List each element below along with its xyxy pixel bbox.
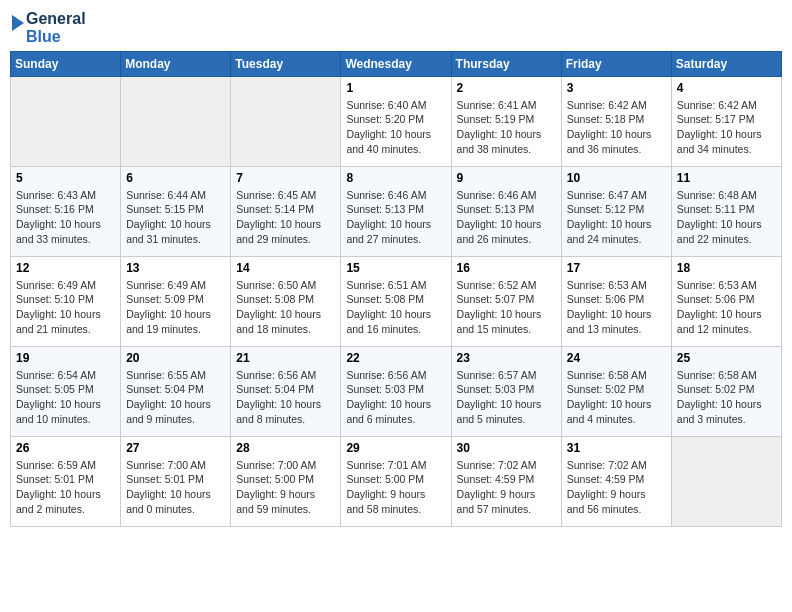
calendar-cell: 8Sunrise: 6:46 AMSunset: 5:13 PMDaylight… (341, 166, 451, 256)
calendar-cell: 30Sunrise: 7:02 AMSunset: 4:59 PMDayligh… (451, 436, 561, 526)
calendar-cell: 9Sunrise: 6:46 AMSunset: 5:13 PMDaylight… (451, 166, 561, 256)
day-number: 28 (236, 441, 335, 455)
day-number: 7 (236, 171, 335, 185)
day-info: Sunrise: 7:01 AMSunset: 5:00 PMDaylight:… (346, 458, 445, 517)
calendar-cell: 24Sunrise: 6:58 AMSunset: 5:02 PMDayligh… (561, 346, 671, 436)
calendar-cell: 12Sunrise: 6:49 AMSunset: 5:10 PMDayligh… (11, 256, 121, 346)
logo: General Blue (10, 10, 86, 47)
day-number: 3 (567, 81, 666, 95)
calendar-week-3: 12Sunrise: 6:49 AMSunset: 5:10 PMDayligh… (11, 256, 782, 346)
day-number: 31 (567, 441, 666, 455)
day-number: 20 (126, 351, 225, 365)
day-number: 9 (457, 171, 556, 185)
day-info: Sunrise: 6:44 AMSunset: 5:15 PMDaylight:… (126, 188, 225, 247)
day-number: 17 (567, 261, 666, 275)
calendar-cell: 21Sunrise: 6:56 AMSunset: 5:04 PMDayligh… (231, 346, 341, 436)
day-number: 2 (457, 81, 556, 95)
day-number: 1 (346, 81, 445, 95)
calendar-week-2: 5Sunrise: 6:43 AMSunset: 5:16 PMDaylight… (11, 166, 782, 256)
day-number: 30 (457, 441, 556, 455)
day-number: 5 (16, 171, 115, 185)
day-number: 8 (346, 171, 445, 185)
weekday-header-row: SundayMondayTuesdayWednesdayThursdayFrid… (11, 51, 782, 76)
calendar-cell: 13Sunrise: 6:49 AMSunset: 5:09 PMDayligh… (121, 256, 231, 346)
calendar-cell: 29Sunrise: 7:01 AMSunset: 5:00 PMDayligh… (341, 436, 451, 526)
day-info: Sunrise: 7:02 AMSunset: 4:59 PMDaylight:… (457, 458, 556, 517)
calendar-cell: 1Sunrise: 6:40 AMSunset: 5:20 PMDaylight… (341, 76, 451, 166)
calendar-week-5: 26Sunrise: 6:59 AMSunset: 5:01 PMDayligh… (11, 436, 782, 526)
day-number: 27 (126, 441, 225, 455)
day-info: Sunrise: 6:53 AMSunset: 5:06 PMDaylight:… (677, 278, 776, 337)
day-number: 29 (346, 441, 445, 455)
svg-marker-0 (12, 15, 24, 31)
day-number: 22 (346, 351, 445, 365)
calendar-week-1: 1Sunrise: 6:40 AMSunset: 5:20 PMDaylight… (11, 76, 782, 166)
day-info: Sunrise: 6:41 AMSunset: 5:19 PMDaylight:… (457, 98, 556, 157)
day-info: Sunrise: 6:59 AMSunset: 5:01 PMDaylight:… (16, 458, 115, 517)
day-info: Sunrise: 6:47 AMSunset: 5:12 PMDaylight:… (567, 188, 666, 247)
calendar-cell (231, 76, 341, 166)
day-info: Sunrise: 6:56 AMSunset: 5:03 PMDaylight:… (346, 368, 445, 427)
day-number: 16 (457, 261, 556, 275)
day-info: Sunrise: 6:40 AMSunset: 5:20 PMDaylight:… (346, 98, 445, 157)
weekday-header-thursday: Thursday (451, 51, 561, 76)
day-info: Sunrise: 6:50 AMSunset: 5:08 PMDaylight:… (236, 278, 335, 337)
calendar-cell: 6Sunrise: 6:44 AMSunset: 5:15 PMDaylight… (121, 166, 231, 256)
calendar-cell: 22Sunrise: 6:56 AMSunset: 5:03 PMDayligh… (341, 346, 451, 436)
calendar-cell: 11Sunrise: 6:48 AMSunset: 5:11 PMDayligh… (671, 166, 781, 256)
day-info: Sunrise: 6:58 AMSunset: 5:02 PMDaylight:… (567, 368, 666, 427)
day-info: Sunrise: 6:58 AMSunset: 5:02 PMDaylight:… (677, 368, 776, 427)
weekday-header-monday: Monday (121, 51, 231, 76)
day-info: Sunrise: 7:00 AMSunset: 5:01 PMDaylight:… (126, 458, 225, 517)
day-number: 6 (126, 171, 225, 185)
calendar-cell: 31Sunrise: 7:02 AMSunset: 4:59 PMDayligh… (561, 436, 671, 526)
day-info: Sunrise: 6:57 AMSunset: 5:03 PMDaylight:… (457, 368, 556, 427)
logo-name-general: General (26, 10, 86, 28)
day-info: Sunrise: 6:54 AMSunset: 5:05 PMDaylight:… (16, 368, 115, 427)
day-info: Sunrise: 6:52 AMSunset: 5:07 PMDaylight:… (457, 278, 556, 337)
day-info: Sunrise: 6:42 AMSunset: 5:18 PMDaylight:… (567, 98, 666, 157)
day-number: 19 (16, 351, 115, 365)
day-number: 18 (677, 261, 776, 275)
weekday-header-friday: Friday (561, 51, 671, 76)
calendar-cell: 27Sunrise: 7:00 AMSunset: 5:01 PMDayligh… (121, 436, 231, 526)
weekday-header-wednesday: Wednesday (341, 51, 451, 76)
logo-name-blue: Blue (26, 28, 86, 46)
calendar-cell: 15Sunrise: 6:51 AMSunset: 5:08 PMDayligh… (341, 256, 451, 346)
day-number: 12 (16, 261, 115, 275)
page-header: General Blue (10, 10, 782, 47)
day-info: Sunrise: 6:42 AMSunset: 5:17 PMDaylight:… (677, 98, 776, 157)
calendar-cell (671, 436, 781, 526)
day-number: 23 (457, 351, 556, 365)
calendar-cell (11, 76, 121, 166)
calendar-cell: 18Sunrise: 6:53 AMSunset: 5:06 PMDayligh… (671, 256, 781, 346)
calendar-cell: 10Sunrise: 6:47 AMSunset: 5:12 PMDayligh… (561, 166, 671, 256)
weekday-header-sunday: Sunday (11, 51, 121, 76)
day-info: Sunrise: 6:43 AMSunset: 5:16 PMDaylight:… (16, 188, 115, 247)
day-info: Sunrise: 7:00 AMSunset: 5:00 PMDaylight:… (236, 458, 335, 517)
day-info: Sunrise: 6:51 AMSunset: 5:08 PMDaylight:… (346, 278, 445, 337)
weekday-header-tuesday: Tuesday (231, 51, 341, 76)
day-number: 25 (677, 351, 776, 365)
day-info: Sunrise: 6:49 AMSunset: 5:09 PMDaylight:… (126, 278, 225, 337)
calendar-cell: 3Sunrise: 6:42 AMSunset: 5:18 PMDaylight… (561, 76, 671, 166)
day-info: Sunrise: 6:45 AMSunset: 5:14 PMDaylight:… (236, 188, 335, 247)
calendar-cell: 25Sunrise: 6:58 AMSunset: 5:02 PMDayligh… (671, 346, 781, 436)
day-info: Sunrise: 6:46 AMSunset: 5:13 PMDaylight:… (457, 188, 556, 247)
day-number: 21 (236, 351, 335, 365)
day-number: 15 (346, 261, 445, 275)
calendar-cell: 5Sunrise: 6:43 AMSunset: 5:16 PMDaylight… (11, 166, 121, 256)
calendar-cell: 28Sunrise: 7:00 AMSunset: 5:00 PMDayligh… (231, 436, 341, 526)
day-info: Sunrise: 6:56 AMSunset: 5:04 PMDaylight:… (236, 368, 335, 427)
calendar-cell: 4Sunrise: 6:42 AMSunset: 5:17 PMDaylight… (671, 76, 781, 166)
day-number: 14 (236, 261, 335, 275)
day-info: Sunrise: 6:55 AMSunset: 5:04 PMDaylight:… (126, 368, 225, 427)
weekday-header-saturday: Saturday (671, 51, 781, 76)
calendar-cell (121, 76, 231, 166)
calendar-cell: 19Sunrise: 6:54 AMSunset: 5:05 PMDayligh… (11, 346, 121, 436)
day-info: Sunrise: 6:49 AMSunset: 5:10 PMDaylight:… (16, 278, 115, 337)
day-info: Sunrise: 6:48 AMSunset: 5:11 PMDaylight:… (677, 188, 776, 247)
day-info: Sunrise: 6:46 AMSunset: 5:13 PMDaylight:… (346, 188, 445, 247)
calendar-table: SundayMondayTuesdayWednesdayThursdayFrid… (10, 51, 782, 527)
day-number: 11 (677, 171, 776, 185)
